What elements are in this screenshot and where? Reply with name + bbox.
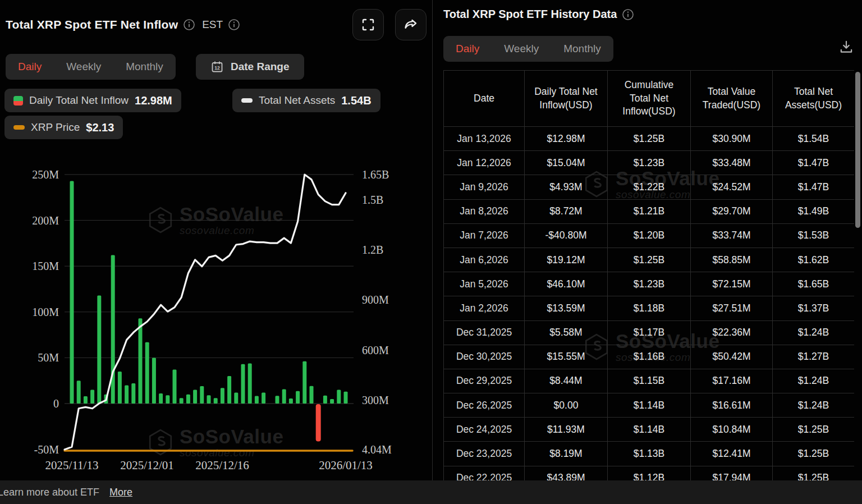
svg-text:200M: 200M (32, 214, 59, 227)
svg-text:300M: 300M (362, 394, 389, 406)
timezone-label: EST (202, 19, 223, 31)
download-icon[interactable] (838, 39, 854, 57)
table-header-row: Date Daily Total Net Inflow(USD) Cumulat… (444, 71, 855, 127)
legend-label: Total Net Assets (259, 94, 335, 107)
table-row: Jan 9,2026$4.93M$1.22B$24.52M$1.47B (444, 175, 855, 199)
footer-bar: Learn more about ETF More (0, 480, 862, 504)
svg-text:900M: 900M (362, 294, 389, 306)
table-row: Jan 8,2026$8.72M$1.21B$29.70M$1.49B (444, 199, 855, 223)
history-table-body: Jan 13,2026$12.98M$1.25B$30.90M$1.54BJan… (444, 127, 855, 481)
tab-monthly[interactable]: Monthly (563, 43, 601, 55)
legend-label: Daily Total Net Inflow (29, 94, 129, 107)
table-row: Jan 6,2026$19.12M$1.25B$58.85M$1.62B (444, 248, 855, 272)
table-period-tabs: Daily Weekly Monthly (443, 36, 613, 62)
table-row: Dec 24,2025$11.93M$1.14B$10.84M$1.25B (444, 418, 855, 442)
legend-value: 1.54B (341, 94, 371, 107)
chart-period-tabs: Daily Weekly Monthly (6, 54, 176, 80)
svg-text:-50M: -50M (34, 443, 59, 456)
svg-text:2026/01/13: 2026/01/13 (319, 459, 373, 472)
calendar-icon: 12 (210, 60, 224, 74)
tab-daily[interactable]: Daily (18, 61, 42, 73)
table-row: Jan 13,2026$12.98M$1.25B$30.90M$1.54B (444, 127, 855, 151)
table-scrollbar (855, 70, 860, 480)
price-legend-icon (13, 125, 25, 130)
table-row: Dec 29,2025$8.44M$1.15B$17.16M$1.24B (444, 369, 855, 393)
legend-value: $2.13 (86, 121, 114, 134)
svg-text:12: 12 (214, 65, 220, 71)
fullscreen-button[interactable] (352, 9, 384, 40)
chart-title: Total XRP Spot ETF Net Inflow (6, 18, 178, 31)
svg-text:4.04M: 4.04M (362, 443, 392, 456)
svg-text:2025/12/01: 2025/12/01 (120, 459, 174, 472)
date-range-button[interactable]: 12 Date Range (196, 54, 304, 80)
table-row: Jan 7,2026-$40.80M$1.20B$33.74M$1.53B (444, 223, 855, 248)
col-daily-inflow: Daily Total Net Inflow(USD) (525, 71, 608, 127)
svg-text:1.5B: 1.5B (362, 194, 383, 206)
svg-text:50M: 50M (38, 351, 59, 364)
svg-text:0: 0 (53, 397, 59, 410)
inflow-legend-icon (13, 96, 23, 106)
table-row: Dec 23,2025$8.19M$1.13B$12.41M$1.25B (444, 442, 855, 466)
svg-text:600M: 600M (362, 344, 389, 356)
svg-text:2025/12/16: 2025/12/16 (195, 459, 249, 472)
tab-weekly[interactable]: Weekly (504, 43, 539, 55)
table-row: Dec 31,2025$5.58M$1.17B$22.36M$1.24B (444, 320, 855, 345)
legend-xrp-price[interactable]: XRP Price $2.13 (4, 116, 123, 139)
svg-text:100M: 100M (32, 306, 59, 318)
table-title: Total XRP Spot ETF History Data (443, 8, 617, 21)
history-table-panel: Total XRP Spot ETF History Data Daily We… (433, 0, 862, 480)
col-value-traded: Total Value Traded(USD) (691, 71, 773, 127)
legend-label: XRP Price (31, 121, 80, 134)
table-header: Total XRP Spot ETF History Data (443, 8, 634, 21)
table-row: Dec 30,2025$15.55M$1.16B$50.42M$1.27B (444, 345, 855, 369)
footer-more-link[interactable]: More (109, 487, 132, 498)
date-range-label: Date Range (231, 61, 290, 73)
legend-daily-net-inflow[interactable]: Daily Total Net Inflow 12.98M (4, 89, 181, 112)
col-cumulative-inflow: Cumulative Total Net Inflow(USD) (608, 71, 691, 127)
svg-text:2025/11/13: 2025/11/13 (45, 459, 99, 472)
table-row: Jan 2,2026$13.59M$1.18B$27.51M$1.37B (444, 296, 855, 320)
inflow-chart[interactable]: 250M200M150M100M50M0-50M1.65B1.5B1.2B900… (0, 162, 432, 480)
svg-text:250M: 250M (32, 168, 59, 181)
legend-value: 12.98M (135, 94, 172, 107)
etf-dashboard: { "left_panel": { "title": "Total XRP Sp… (0, 0, 862, 504)
assets-legend-icon (241, 98, 253, 103)
share-icon[interactable] (395, 9, 427, 40)
svg-text:1.65B: 1.65B (362, 168, 389, 181)
table-row: Jan 5,2026$46.10M$1.23B$72.15M$1.65B (444, 272, 855, 296)
chart-panel: Total XRP Spot ETF Net Inflow EST Daily … (0, 0, 432, 480)
legend-total-net-assets[interactable]: Total Net Assets 1.54B (232, 89, 380, 112)
info-icon[interactable] (228, 19, 240, 31)
table-row: Jan 12,2026$15.04M$1.23B$33.48M$1.47B (444, 151, 855, 175)
col-date: Date (444, 71, 525, 127)
chart-header: Total XRP Spot ETF Net Inflow EST (6, 9, 427, 40)
info-icon[interactable] (183, 19, 195, 31)
svg-text:1.2B: 1.2B (362, 244, 383, 256)
svg-text:150M: 150M (32, 260, 59, 272)
history-table: Date Daily Total Net Inflow(USD) Cumulat… (443, 70, 854, 480)
tab-weekly[interactable]: Weekly (66, 61, 101, 73)
info-icon[interactable] (622, 8, 634, 21)
footer-text: Learn more about ETF (0, 487, 99, 498)
col-net-assets: Total Net Assets(USD) (773, 71, 855, 127)
table-row: Dec 22,2025$43.89M$1.12B$17.94M$1.25B (444, 466, 855, 480)
scrollbar-thumb[interactable] (855, 72, 860, 228)
table-row: Dec 26,2025$0.00$1.14B$16.61M$1.24B (444, 393, 855, 418)
tab-monthly[interactable]: Monthly (126, 61, 163, 73)
tab-daily[interactable]: Daily (456, 43, 479, 55)
